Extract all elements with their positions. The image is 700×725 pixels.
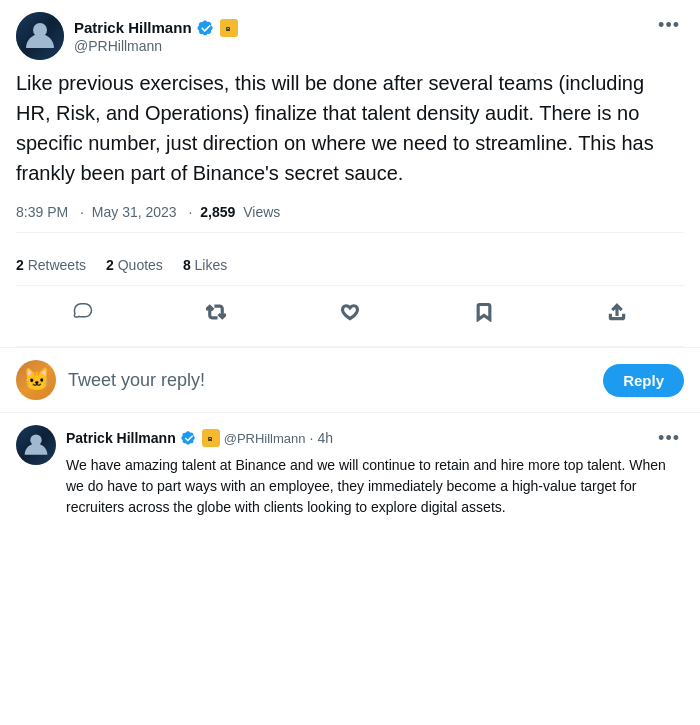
verified-icon (196, 19, 214, 37)
reply-more-options-button[interactable]: ••• (654, 425, 684, 451)
svg-text:B: B (226, 25, 231, 31)
reply-author-handle: @PRHillmann (224, 431, 306, 446)
reply-time-ago: 4h (317, 430, 333, 446)
views-label: Views (243, 204, 280, 220)
reply-tweet-text: We have amazing talent at Binance and we… (66, 455, 684, 518)
svg-text:B: B (208, 436, 213, 442)
author-name[interactable]: Patrick Hillmann (74, 19, 192, 36)
author-handle[interactable]: @PRHillmann (74, 38, 238, 54)
comment-button[interactable] (61, 290, 105, 334)
main-tweet: Patrick Hillmann B @PRHillmann (0, 0, 700, 348)
tweet-meta: 8:39 PM · May 31, 2023 · 2,859 Views (16, 204, 684, 233)
more-options-button[interactable]: ••• (654, 12, 684, 38)
tweet-author: Patrick Hillmann B @PRHillmann (16, 12, 238, 60)
tweet-header: Patrick Hillmann B @PRHillmann (16, 12, 684, 60)
author-info: Patrick Hillmann B @PRHillmann (74, 19, 238, 54)
reply-author-name[interactable]: Patrick Hillmann (66, 430, 176, 446)
tweet-date: May 31, 2023 (92, 204, 177, 220)
like-button[interactable] (328, 290, 372, 334)
tweet-time: 8:39 PM (16, 204, 68, 220)
reply-author-row: Patrick Hillmann B @PRHillmann · 4h (66, 429, 333, 447)
reply-button[interactable]: Reply (603, 364, 684, 397)
action-bar (16, 286, 684, 347)
reply-binance-badge: B (202, 429, 220, 447)
avatar (16, 12, 64, 60)
views-count: 2,859 (200, 204, 235, 220)
engagement-row: 2 Retweets 2 Quotes 8 Likes (16, 245, 684, 286)
binance-badge: B (220, 19, 238, 37)
reply-input[interactable]: Tweet your reply! (68, 370, 591, 391)
share-button[interactable] (595, 290, 639, 334)
likes-count[interactable]: 8 Likes (183, 257, 227, 273)
quotes-count[interactable]: 2 Quotes (106, 257, 163, 273)
tweet-text: Like previous exercises, this will be do… (16, 68, 684, 188)
reply-dot-separator: · (310, 430, 314, 446)
bookmark-button[interactable] (462, 290, 506, 334)
reply-tweet-avatar (16, 425, 56, 465)
retweet-button[interactable] (194, 290, 238, 334)
author-name-row: Patrick Hillmann B (74, 19, 238, 37)
reply-header: Patrick Hillmann B @PRHillmann · 4h ••• (66, 425, 684, 451)
reply-verified-icon (180, 430, 196, 446)
reply-composer: 🐱 Tweet your reply! Reply (0, 348, 700, 413)
reply-tweet: Patrick Hillmann B @PRHillmann · 4h ••• (0, 413, 700, 530)
reply-content: Patrick Hillmann B @PRHillmann · 4h ••• (66, 425, 684, 518)
retweet-count[interactable]: 2 Retweets (16, 257, 86, 273)
reply-composer-avatar: 🐱 (16, 360, 56, 400)
